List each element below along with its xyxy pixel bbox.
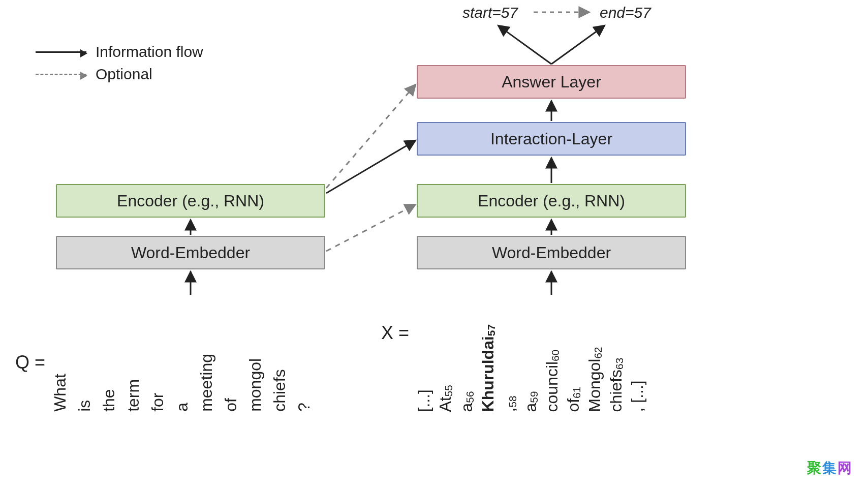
legend-optional-label: Optional <box>96 66 152 83</box>
svg-line-10 <box>326 84 416 188</box>
q-encoder: Encoder (e.g., RNN) <box>56 184 325 218</box>
x-word-embedder: Word-Embedder <box>417 236 686 269</box>
question-token: term <box>123 354 148 412</box>
question-tokens: Q = Whatisthetermforameetingofmongolchie… <box>15 354 340 412</box>
context-token: chiefs63 <box>606 324 628 412</box>
svg-line-7 <box>551 25 605 64</box>
context-token: a59 <box>521 324 542 412</box>
watermark-char-1: 聚 <box>807 460 822 476</box>
context-token: Mongol62 <box>585 324 606 412</box>
context-token: [...] <box>414 324 436 412</box>
question-token: ? <box>294 354 319 412</box>
context-token: a56 <box>457 324 478 412</box>
question-token: for <box>148 354 172 412</box>
diagram-canvas: Information flow Optional Word-Embedder … <box>0 0 868 488</box>
legend: Information flow Optional <box>36 41 203 85</box>
context-token: , [...] <box>628 324 649 412</box>
watermark-char-2: 集 <box>822 460 838 476</box>
output-start: start=57 <box>462 4 518 21</box>
watermark-char-3: 网 <box>838 460 853 476</box>
arrow-solid-icon <box>36 51 86 53</box>
question-token: the <box>99 354 123 412</box>
question-token: chiefs <box>270 354 294 412</box>
context-token: council60 <box>542 324 564 412</box>
question-token: What <box>50 354 75 412</box>
interaction-layer: Interaction-Layer <box>417 122 686 156</box>
legend-optional: Optional <box>36 63 203 85</box>
question-token: is <box>75 354 99 412</box>
context-tokens: X = [...]At55a56Khuruldai57,58a59council… <box>381 324 717 412</box>
x-encoder: Encoder (e.g., RNN) <box>417 184 686 218</box>
answer-layer: Answer Layer <box>417 65 686 99</box>
svg-line-6 <box>498 25 551 64</box>
context-token: At55 <box>436 324 457 412</box>
context-token: of61 <box>564 324 585 412</box>
context-token: Khuruldai57 <box>478 324 500 412</box>
context-token: ,58 <box>500 324 521 412</box>
output-end: end=57 <box>600 4 651 21</box>
question-token: a <box>172 354 197 412</box>
svg-line-9 <box>326 140 416 193</box>
legend-info-flow: Information flow <box>36 41 203 63</box>
question-token: of <box>221 354 245 412</box>
arrow-dashed-icon <box>36 74 86 75</box>
legend-info-flow-label: Information flow <box>96 43 203 60</box>
svg-line-11 <box>326 204 416 251</box>
question-label: Q = <box>15 352 45 373</box>
watermark: 聚集网 <box>807 459 853 478</box>
question-token: meeting <box>197 354 221 412</box>
q-word-embedder: Word-Embedder <box>56 236 325 269</box>
question-token: mongol <box>245 354 270 412</box>
context-label: X = <box>381 322 409 344</box>
